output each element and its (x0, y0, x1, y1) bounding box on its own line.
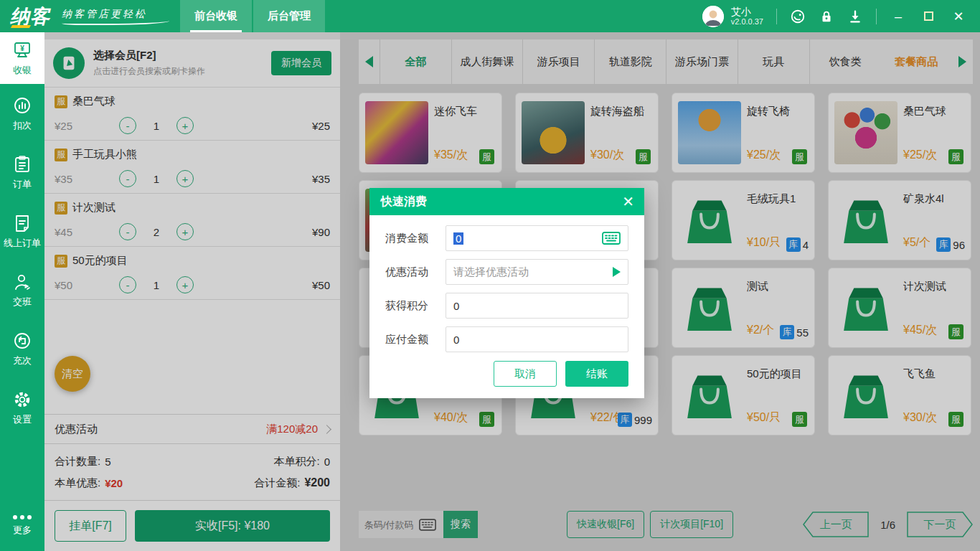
payable-amount-value: 0 (453, 334, 459, 346)
avatar-person-icon (702, 6, 724, 27)
maximize-button[interactable] (920, 10, 937, 23)
order-clipboard-icon (12, 154, 32, 174)
lock-icon[interactable] (819, 9, 834, 24)
svg-text:¥: ¥ (20, 44, 24, 52)
logo-area: 纳客 纳客管店更轻松 (0, 4, 147, 29)
points-earned-value: 0 (453, 300, 459, 312)
dialog-header: 快速消费 ✕ (369, 188, 644, 215)
sidebar-item-more[interactable]: 更多 (0, 501, 44, 551)
points-earned-input[interactable]: 0 (446, 293, 628, 319)
brand-logo: 纳客 (10, 4, 50, 29)
dialog-buttons: 取消 结账 (385, 361, 628, 387)
consume-amount-input[interactable]: 0 (446, 225, 628, 251)
tab-front-cashier[interactable]: 前台收银 (180, 0, 252, 32)
download-icon[interactable] (847, 9, 863, 24)
minimize-button[interactable]: – (890, 10, 907, 23)
sidebar-item-online-orders[interactable]: 线上订单 (0, 202, 44, 260)
customer-service-icon[interactable] (790, 9, 806, 24)
divider (876, 9, 877, 24)
more-dots-icon (13, 515, 32, 519)
points-earned-label: 获得积分 (385, 299, 446, 313)
dialog-body: 消费金额 0 优惠活动 请选择优惠活动 获得积分 0 应 (369, 215, 644, 387)
user-info[interactable]: 艾小 v2.0.0.37 (731, 6, 763, 27)
dropdown-arrow-icon (613, 267, 621, 277)
pos-app: 纳客 纳客管店更轻松 前台收银 后台管理 艾小 v2.0.0.37 (0, 0, 980, 551)
close-icon[interactable]: ✕ (622, 194, 634, 209)
sidebar-item-shift-change[interactable]: 交班 (0, 260, 44, 319)
maximize-icon (924, 11, 933, 21)
close-button[interactable]: ✕ (950, 10, 967, 23)
shift-person-icon (12, 272, 32, 292)
divider (776, 9, 777, 24)
tab-back-management[interactable]: 后台管理 (253, 0, 325, 32)
user-name: 艾小 (731, 6, 763, 18)
sidebar-item-orders[interactable]: 订单 (0, 143, 44, 202)
sidebar-item-recharge-count[interactable]: 充次 (0, 319, 44, 378)
recharge-icon (12, 331, 32, 351)
online-order-icon (12, 213, 32, 233)
quick-consume-dialog: 快速消费 ✕ 消费金额 0 优惠活动 请选择优惠活动 获得积分 (369, 188, 644, 398)
app-version: v2.0.0.37 (731, 17, 763, 27)
top-bar: 纳客 纳客管店更轻松 前台收银 后台管理 艾小 v2.0.0.37 (0, 0, 980, 32)
selected-text: 0 (453, 232, 463, 245)
logo-accent (11, 25, 31, 28)
sidebar-item-cashier[interactable]: ¥ 收银 (0, 32, 44, 84)
payable-amount-input[interactable]: 0 (446, 326, 628, 352)
cashier-icon: ¥ (12, 40, 32, 60)
topbar-right: 艾小 v2.0.0.37 – ✕ (702, 6, 980, 27)
payable-amount-label: 应付金额 (385, 333, 446, 347)
sidebar-item-settings[interactable]: 设置 (0, 378, 44, 437)
settle-button[interactable]: 结账 (565, 361, 628, 387)
cancel-button[interactable]: 取消 (494, 361, 557, 387)
promo-placeholder: 请选择优惠活动 (453, 265, 529, 279)
sidebar-item-deduct-count[interactable]: 扣次 (0, 84, 44, 143)
main-nav: 前台收银 后台管理 (180, 0, 326, 32)
dialog-title: 快速消费 (381, 194, 427, 209)
count-chart-icon (12, 95, 32, 116)
keyboard-icon[interactable] (602, 232, 621, 245)
promo-activity-label: 优惠活动 (385, 265, 446, 279)
gear-icon (12, 390, 32, 410)
consume-amount-label: 消费金额 (385, 232, 446, 245)
slogan-underline (62, 21, 169, 25)
sidebar: ¥ 收银 扣次 订单 线上订单 (0, 32, 44, 551)
avatar[interactable] (702, 6, 724, 27)
brand-slogan: 纳客管店更轻松 (62, 7, 147, 25)
promo-activity-select[interactable]: 请选择优惠活动 (446, 259, 628, 285)
